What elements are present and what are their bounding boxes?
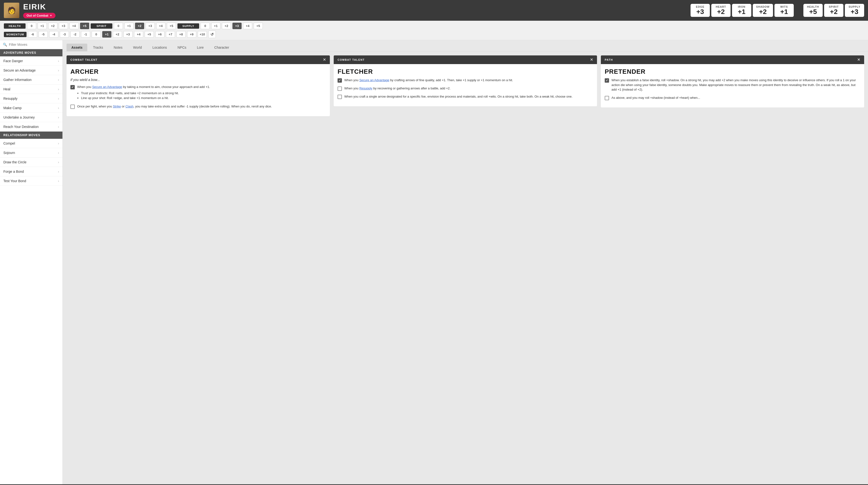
spirit-cell-0[interactable]: 0 bbox=[114, 23, 123, 29]
momentum-cell-plus6[interactable]: +6 bbox=[155, 31, 164, 38]
momentum-cell-minus4[interactable]: -4 bbox=[49, 31, 58, 38]
ability-checkbox-f2[interactable] bbox=[338, 87, 342, 91]
tab-locations[interactable]: Locations bbox=[148, 43, 172, 51]
tab-character[interactable]: Character bbox=[210, 43, 234, 51]
supply-cell-1[interactable]: +1 bbox=[211, 23, 220, 29]
resupply-link[interactable]: Resupply bbox=[359, 87, 372, 90]
ability-item-p1: When you establish a false identity, rol… bbox=[605, 78, 860, 92]
ability-checkbox-f3[interactable] bbox=[338, 95, 342, 99]
tab-npcs[interactable]: NPCs bbox=[173, 43, 191, 51]
resource-value: +2 bbox=[830, 8, 838, 15]
card-fletcher: COMBAT TALENT ✕ FLETCHER When you Secure… bbox=[334, 56, 597, 106]
tab-tracks[interactable]: Tracks bbox=[88, 43, 108, 51]
stat-value: +2 bbox=[717, 8, 725, 15]
spirit-cell-4[interactable]: +4 bbox=[156, 23, 165, 29]
momentum-cell-plus3[interactable]: +3 bbox=[123, 31, 133, 38]
sub-bullet-2: Line up your shot: Roll +edge, and take … bbox=[81, 96, 326, 101]
close-pretender-button[interactable]: ✕ bbox=[857, 58, 860, 62]
resource-box-health: HEALTH +5 bbox=[803, 4, 823, 17]
momentum-cell-plus7[interactable]: +7 bbox=[166, 31, 175, 38]
health-cell-1[interactable]: +1 bbox=[38, 23, 47, 29]
sidebar-item-heal[interactable]: Heal › bbox=[0, 85, 62, 94]
momentum-cell-plus10[interactable]: +10 bbox=[198, 31, 207, 38]
momentum-reset-button[interactable]: ↺ bbox=[208, 31, 216, 38]
momentum-cell-minus2[interactable]: -2 bbox=[70, 31, 80, 38]
clash-link[interactable]: Clash bbox=[125, 104, 133, 108]
sidebar-item-forge-bond[interactable]: Forge a Bond › bbox=[0, 167, 62, 176]
ability-checkbox-p1[interactable] bbox=[605, 78, 609, 83]
search-icon: 🔍 bbox=[3, 43, 7, 46]
chevron-right-icon: › bbox=[58, 170, 59, 173]
supply-cell-2[interactable]: +2 bbox=[222, 23, 231, 29]
health-cell-3[interactable]: +3 bbox=[59, 23, 68, 29]
sidebar-item-compel[interactable]: Compel › bbox=[0, 139, 62, 148]
health-cell-5[interactable]: +5 bbox=[80, 23, 89, 29]
resource-label: SPIRIT bbox=[829, 5, 839, 8]
sidebar-item-label: Reach Your Destination bbox=[3, 125, 38, 129]
sidebar-item-test-bond[interactable]: Test Your Bond › bbox=[0, 176, 62, 186]
tab-world[interactable]: World bbox=[128, 43, 147, 51]
momentum-cell-plus9[interactable]: +9 bbox=[187, 31, 196, 38]
momentum-cell-plus8[interactable]: +8 bbox=[177, 31, 186, 38]
ability-checkbox-1[interactable] bbox=[70, 85, 75, 89]
momentum-cell-minus3[interactable]: -3 bbox=[60, 31, 69, 38]
card-pretender: PATH ✕ PRETENDER When you establish a fa… bbox=[601, 56, 864, 107]
stat-value: +3 bbox=[696, 8, 704, 15]
secure-advantage-link[interactable]: Secure an Advantage bbox=[92, 85, 122, 89]
ability-checkbox-f1[interactable] bbox=[338, 78, 342, 83]
spirit-cell-1[interactable]: +1 bbox=[124, 23, 133, 29]
momentum-cell-0[interactable]: 0 bbox=[92, 31, 101, 38]
strike-link[interactable]: Strike bbox=[113, 104, 121, 108]
supply-cell-4[interactable]: +4 bbox=[243, 23, 252, 29]
chevron-right-icon: › bbox=[58, 160, 59, 164]
secure-advantage-link-f[interactable]: Secure an Advantage bbox=[359, 78, 389, 82]
sidebar-item-undertake-journey[interactable]: Undertake a Journey › bbox=[0, 113, 62, 122]
momentum-cell-minus5[interactable]: -5 bbox=[38, 31, 48, 38]
ability-checkbox-p2[interactable] bbox=[605, 96, 609, 100]
sidebar-item-draw-circle[interactable]: Draw the Circle › bbox=[0, 158, 62, 167]
momentum-cell-plus1[interactable]: +1 bbox=[102, 31, 112, 38]
supply-cell-3[interactable]: +3 bbox=[232, 23, 242, 29]
tab-assets[interactable]: Assets bbox=[66, 43, 87, 51]
sidebar-item-face-danger[interactable]: Face Danger › bbox=[0, 56, 62, 66]
search-input[interactable] bbox=[9, 43, 60, 46]
tab-lore[interactable]: Lore bbox=[192, 43, 209, 51]
chevron-right-icon: › bbox=[58, 179, 59, 183]
chevron-right-icon: › bbox=[58, 116, 59, 119]
health-cell-4[interactable]: +4 bbox=[69, 23, 79, 29]
card-type-fletcher: COMBAT TALENT bbox=[338, 58, 365, 61]
momentum-cell-plus4[interactable]: +4 bbox=[134, 31, 143, 38]
sidebar-item-reach-destination[interactable]: Reach Your Destination › bbox=[0, 122, 62, 132]
sidebar-item-label: Draw the Circle bbox=[3, 160, 27, 164]
ability-text-f2: When you Resupply by recovering or gathe… bbox=[344, 86, 593, 91]
chevron-right-icon: › bbox=[58, 141, 59, 145]
ability-item: When you Secure an Advantage by taking a… bbox=[70, 85, 326, 101]
sidebar-item-gather-information[interactable]: Gather Information › bbox=[0, 75, 62, 85]
sidebar-item-sojourn[interactable]: Sojourn › bbox=[0, 148, 62, 158]
momentum-cell-minus1[interactable]: -1 bbox=[81, 31, 90, 38]
stat-label: SHADOW bbox=[756, 5, 770, 8]
momentum-cell-minus6[interactable]: -6 bbox=[28, 31, 37, 38]
health-cell-0[interactable]: 0 bbox=[27, 23, 36, 29]
tab-notes[interactable]: Notes bbox=[109, 43, 127, 51]
sidebar-item-resupply[interactable]: Resupply › bbox=[0, 94, 62, 103]
health-cell-2[interactable]: +2 bbox=[48, 23, 57, 29]
combat-status-label: Out of Combat bbox=[27, 14, 48, 18]
spirit-cell-2[interactable]: +2 bbox=[135, 23, 144, 29]
combat-status-badge[interactable]: Out of Combat ▼ bbox=[23, 13, 56, 18]
card-type-pretender: PATH bbox=[605, 58, 613, 61]
close-fletcher-button[interactable]: ✕ bbox=[590, 58, 593, 62]
ability-checkbox-2[interactable] bbox=[70, 104, 75, 109]
ability-item-f3: When you craft a single arrow designated… bbox=[338, 94, 593, 99]
ability-text-f1: When you Secure an Advantage by crafting… bbox=[344, 78, 593, 83]
sidebar-item-secure-advantage[interactable]: Secure an Advantage › bbox=[0, 66, 62, 75]
sidebar-item-make-camp[interactable]: Make Camp › bbox=[0, 103, 62, 113]
spirit-cell-5[interactable]: +5 bbox=[167, 23, 176, 29]
momentum-cell-plus2[interactable]: +2 bbox=[113, 31, 122, 38]
supply-cell-0[interactable]: 0 bbox=[200, 23, 210, 29]
spirit-cell-3[interactable]: +3 bbox=[146, 23, 155, 29]
avatar: 🧑 bbox=[4, 3, 19, 18]
momentum-cell-plus5[interactable]: +5 bbox=[145, 31, 154, 38]
close-archer-button[interactable]: ✕ bbox=[323, 58, 326, 62]
supply-cell-5[interactable]: +5 bbox=[254, 23, 263, 29]
